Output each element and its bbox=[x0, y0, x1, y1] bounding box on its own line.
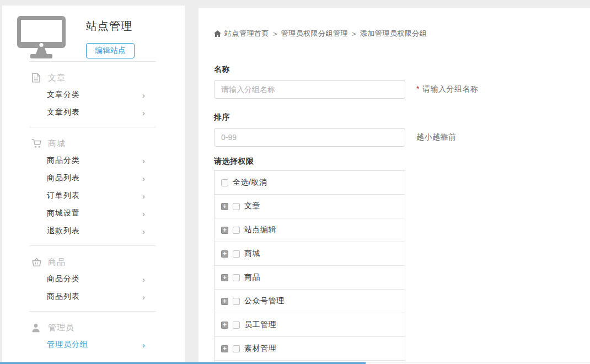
sidebar-item[interactable]: 文章列表› bbox=[2, 104, 185, 121]
sidebar-item[interactable]: 退款列表› bbox=[2, 222, 185, 240]
name-label: 名称 bbox=[214, 65, 590, 74]
sidebar-group-header: 商品 bbox=[2, 254, 185, 270]
chevron-right-icon: › bbox=[142, 275, 145, 283]
name-hint: *请输入分组名称 bbox=[416, 84, 478, 94]
basket-icon bbox=[31, 257, 42, 267]
permission-row: +公众号管理 bbox=[214, 290, 405, 313]
cart-icon bbox=[31, 138, 42, 148]
sidebar-item[interactable]: 文章分类› bbox=[2, 86, 185, 104]
expand-plus-icon[interactable]: + bbox=[221, 227, 228, 234]
permission-checkbox[interactable] bbox=[233, 345, 240, 352]
chevron-right-icon: › bbox=[142, 174, 145, 183]
chevron-right-icon: › bbox=[142, 91, 145, 99]
permission-checkbox[interactable] bbox=[233, 274, 240, 281]
breadcrumb-item[interactable]: 站点管理首页 bbox=[224, 29, 269, 39]
sort-label: 排序 bbox=[214, 113, 590, 122]
sidebar-group-header: 管理员 bbox=[2, 319, 185, 336]
permission-row: +商城 bbox=[214, 242, 405, 266]
sidebar-nav: 文章文章分类›文章列表›商城商品分类›商品列表›订单列表›商城设置›退款列表›商… bbox=[2, 62, 185, 359]
expand-plus-icon[interactable]: + bbox=[221, 298, 228, 305]
chevron-right-icon: › bbox=[142, 192, 145, 200]
chevron-right-icon: › bbox=[142, 341, 145, 349]
expand-plus-icon[interactable]: + bbox=[221, 274, 228, 281]
name-hint-text: 请输入分组名称 bbox=[422, 84, 479, 93]
permission-checkbox[interactable] bbox=[233, 322, 240, 329]
chevron-right-icon: › bbox=[142, 157, 145, 165]
chevron-right-icon: › bbox=[142, 293, 145, 301]
required-asterisk: * bbox=[416, 84, 420, 93]
permission-row: +文章 bbox=[214, 195, 405, 218]
expand-plus-icon[interactable]: + bbox=[221, 203, 228, 210]
edit-site-button[interactable]: 编辑站点 bbox=[86, 43, 135, 58]
permission-row: +商品 bbox=[214, 266, 405, 290]
sidebar-section: 管理员管理员分组› bbox=[2, 312, 185, 359]
expand-plus-icon[interactable]: + bbox=[221, 345, 228, 352]
permission-checkbox[interactable] bbox=[233, 227, 240, 234]
permission-row-select-all: 全选/取消 bbox=[214, 171, 405, 195]
breadcrumb-item[interactable]: 管理员权限分组管理 bbox=[281, 29, 348, 39]
chevron-right-icon: › bbox=[142, 210, 145, 218]
sidebar-group-header: 商城 bbox=[2, 135, 185, 152]
permission-checkbox[interactable] bbox=[233, 250, 240, 258]
sidebar-section: 商品商品分类›商品列表› bbox=[2, 246, 185, 311]
breadcrumb: 站点管理首页>管理员权限分组管理>添加管理员权限分组 bbox=[214, 29, 590, 39]
sidebar-item[interactable]: 管理员分组› bbox=[2, 336, 185, 354]
sidebar-group-header: 文章 bbox=[2, 69, 185, 86]
breadcrumb-separator: > bbox=[352, 30, 356, 38]
chevron-right-icon: › bbox=[142, 227, 145, 235]
sidebar-item[interactable]: 商品分类› bbox=[2, 270, 185, 288]
permissions-label: 请选择权限 bbox=[214, 157, 590, 167]
breadcrumb-separator: > bbox=[273, 30, 277, 38]
sidebar-item[interactable]: 订单列表› bbox=[2, 187, 185, 205]
expand-plus-icon[interactable]: + bbox=[221, 322, 228, 329]
sort-hint: 越小越靠前 bbox=[416, 132, 457, 142]
chevron-right-icon: › bbox=[142, 109, 145, 117]
sidebar-header: 站点管理 编辑站点 bbox=[2, 6, 185, 61]
sort-input[interactable] bbox=[214, 128, 405, 147]
monitor-icon bbox=[17, 15, 66, 60]
article-icon bbox=[31, 73, 42, 83]
permission-row: +素材管理 bbox=[214, 337, 405, 361]
sidebar-item[interactable]: 商品列表› bbox=[2, 169, 185, 187]
permission-checkbox[interactable] bbox=[233, 203, 240, 210]
breadcrumb-item: 添加管理员权限分组 bbox=[360, 29, 427, 39]
sidebar-item[interactable]: 商城设置› bbox=[2, 205, 185, 222]
permissions-table: 全选/取消+文章+站点编辑+商城+商品+公众号管理+员工管理+素材管理+小程序管… bbox=[214, 170, 405, 364]
expand-plus-icon[interactable]: + bbox=[221, 250, 228, 258]
home-icon bbox=[214, 30, 221, 37]
sidebar-section: 商城商品分类›商品列表›订单列表›商城设置›退款列表› bbox=[2, 127, 185, 245]
site-title: 站点管理 bbox=[86, 19, 135, 34]
name-input[interactable] bbox=[214, 80, 405, 99]
person-icon bbox=[31, 323, 42, 333]
sidebar-item[interactable]: 商品列表› bbox=[2, 288, 185, 306]
select-all-checkbox[interactable] bbox=[221, 179, 228, 186]
permission-row: +站点编辑 bbox=[214, 218, 405, 242]
sidebar-section: 文章文章分类›文章列表› bbox=[2, 62, 185, 127]
sidebar-item[interactable]: 商品分类› bbox=[2, 152, 185, 169]
permission-row: +员工管理 bbox=[214, 313, 405, 337]
permission-checkbox[interactable] bbox=[233, 298, 240, 305]
sidebar: 站点管理 编辑站点 文章文章分类›文章列表›商城商品分类›商品列表›订单列表›商… bbox=[2, 6, 185, 364]
main-panel: 站点管理首页>管理员权限分组管理>添加管理员权限分组 名称 *请输入分组名称 排… bbox=[199, 8, 590, 364]
